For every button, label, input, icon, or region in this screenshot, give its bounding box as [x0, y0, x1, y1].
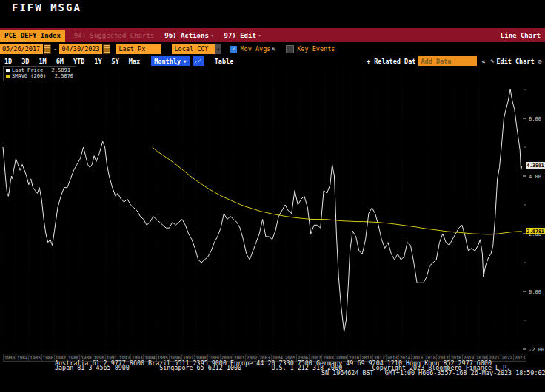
gear-icon[interactable]: ⚙	[538, 58, 542, 65]
add-data-input[interactable]: Add Data	[418, 56, 477, 66]
range-tab-ytd[interactable]: YTD	[73, 58, 84, 65]
legend-item: SMAVG (200) 2.5076	[6, 73, 73, 79]
chevron-down-icon[interactable]: ▼	[215, 44, 221, 54]
edit-button[interactable]: 97) Edit ▾	[224, 32, 261, 39]
frequency-label: Monthly	[154, 58, 181, 65]
axis-badge-last-price: 4.3591	[526, 162, 545, 169]
mov-avgs-label: Mov Avgs	[240, 45, 270, 53]
chart-series-smavg-200-	[153, 147, 522, 234]
date-from-input[interactable]: 05/26/2017	[0, 44, 43, 54]
legend-item: Last Price 2.5891	[6, 67, 73, 73]
pencil-icon: ✎	[491, 58, 495, 64]
status-bar-session-info: SN 1964624 BST GMT+1:00 H606-3557-168 26…	[321, 370, 545, 376]
calendar-icon[interactable]	[103, 44, 110, 54]
related-data-button[interactable]: + Related Dat	[367, 58, 416, 65]
legend-value: 2.5076	[55, 73, 73, 79]
key-events-checkbox[interactable]	[286, 45, 294, 53]
actions-button[interactable]: 96) Actions ▾	[164, 32, 213, 39]
range-tab-6m[interactable]: 6M	[56, 58, 64, 65]
date-to-input[interactable]: 04/30/2023	[59, 44, 102, 54]
x-axis-year: 1986	[42, 354, 55, 362]
legend-swatch-icon	[6, 75, 10, 78]
legend-label: Last Price	[12, 67, 50, 73]
axis-badge-smavg: 2.0781	[526, 228, 545, 234]
x-axis-year: 2023	[514, 354, 526, 362]
range-tab-3d[interactable]: 3D	[21, 58, 29, 65]
x-axis-year: 2022	[501, 354, 514, 362]
key-events-label: Key Events	[297, 45, 335, 53]
security-field[interactable]: PCE DEFY Index	[0, 30, 65, 42]
range-tab-1m[interactable]: 1M	[39, 58, 47, 65]
frequency-select[interactable]: Monthly ▼	[151, 56, 189, 66]
y-axis-tick-label: -2.00	[529, 347, 544, 353]
chevron-down-icon: ▼	[184, 58, 187, 64]
suggested-charts-button[interactable]: 94) Suggested Charts	[74, 32, 154, 39]
chart-series-last-price	[3, 89, 522, 332]
chart-type-label: Line Chart	[501, 32, 541, 39]
bloomberg-terminal-window: FIFW MSGA PCE DEFY Index 94) Suggested C…	[0, 0, 545, 392]
edit-chart-button[interactable]: ✎ Edit Chart	[489, 58, 535, 65]
range-tab-1y[interactable]: 1Y	[94, 58, 101, 65]
line-chart-icon	[195, 58, 202, 64]
chart-style-button[interactable]	[193, 56, 204, 66]
legend-swatch-icon	[6, 69, 10, 72]
y-axis-tick-label: 4.00	[529, 174, 541, 180]
x-axis-year: 1985	[29, 354, 41, 362]
settings-bar: 05/26/2017 - 04/30/2023 Last Px Local CC…	[0, 43, 545, 55]
x-axis-year: 1983	[3, 354, 16, 362]
edit-button-label: 97) Edit	[224, 32, 255, 39]
range-tabs: 1D3D1M6MYTD1Y5YMax	[4, 58, 150, 65]
chevron-down-icon: ▾	[211, 33, 214, 38]
window-title: FIFW MSGA	[12, 1, 81, 13]
y-axis-tick-label: 6.00	[529, 116, 541, 122]
calendar-icon[interactable]	[44, 44, 51, 54]
collapse-button[interactable]: «	[481, 58, 485, 65]
actions-button-label: 96) Actions	[164, 32, 209, 39]
x-axis-year: 1984	[16, 354, 29, 362]
price-field-select[interactable]: Last Px	[116, 44, 161, 54]
pencil-icon[interactable]: ✎	[272, 46, 275, 53]
range-tab-1d[interactable]: 1D	[4, 58, 12, 65]
chart-canvas[interactable]: 6.004.002.000.00-2.00	[0, 67, 545, 354]
command-bar: PCE DEFY Index 94) Suggested Charts 96) …	[0, 28, 545, 42]
mov-avgs-checkbox[interactable]: ✓	[230, 46, 237, 53]
chart-legend: Last Price 2.5891SMAVG (200) 2.5076	[3, 66, 76, 81]
currency-select[interactable]: Local CCY	[172, 44, 215, 54]
range-tab-max[interactable]: Max	[129, 58, 140, 65]
chevron-down-icon: ▾	[258, 33, 261, 38]
range-tab-5y[interactable]: 5Y	[112, 58, 119, 65]
edit-chart-label: Edit Chart	[496, 58, 534, 65]
y-axis-tick-label: 0.00	[529, 289, 541, 295]
period-bar: 1D3D1M6MYTD1Y5YMax Monthly ▼ Table + Rel…	[4, 55, 542, 67]
table-button[interactable]: Table	[215, 58, 234, 65]
legend-label: SMAVG (200)	[12, 73, 53, 79]
legend-value: 2.5891	[52, 67, 70, 73]
date-range-dash: -	[53, 45, 57, 53]
